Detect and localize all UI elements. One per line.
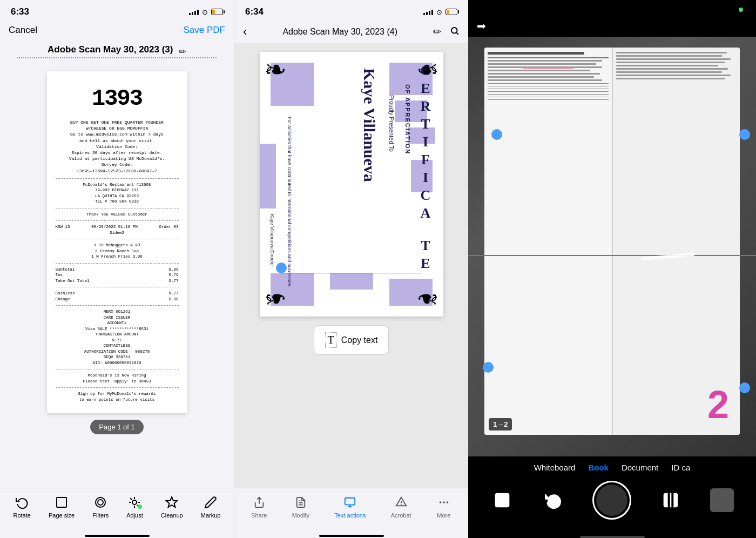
scan-handle-dot-tl[interactable] (491, 129, 502, 140)
page-size-tool[interactable]: Page size (49, 495, 75, 519)
cert-handle-dot[interactable] (276, 263, 287, 273)
nav-right-icons: ✏ (433, 26, 460, 38)
book-line-r6 (616, 68, 728, 70)
signal-icon (189, 9, 199, 15)
shutter-inner (596, 485, 627, 516)
cert-presented-to: Proudly Presented To (388, 95, 395, 152)
status-bar-3 (468, 0, 756, 15)
adjust-tool[interactable]: Adjust (126, 495, 143, 519)
edit-pencil-icon-2[interactable]: ✏ (433, 26, 441, 38)
cert-highlight-bc (330, 273, 373, 290)
book-line-4 (488, 70, 590, 71)
shutter-button[interactable] (592, 481, 631, 520)
gray-box-icon[interactable] (710, 488, 734, 512)
share-icon (252, 495, 267, 510)
book-line-6 (488, 76, 594, 78)
book-line-r7 (616, 71, 723, 73)
page-badge-left: 1→2 (489, 418, 512, 431)
cert-scroll-area: ❧ ❧ ❧ ❧ CERTIFICA TE OF APPRECIATION Pro… (234, 43, 468, 488)
panel-certificate: 6:34 ⊙ ‹ Adobe Scan May 30, 2023 (4) ✏ (234, 0, 468, 538)
filters-icon (93, 495, 108, 510)
book-table-row-7 (488, 99, 609, 100)
text-actions-tool[interactable]: Text actions (334, 495, 366, 519)
status-bar-2: 6:34 ⊙ (234, 0, 468, 21)
copy-text-label: Copy text (341, 335, 378, 345)
green-dot-indicator (739, 8, 743, 12)
battery-icon-2 (446, 9, 457, 15)
book-line-r3 (616, 58, 731, 60)
book-table-row-4 (488, 91, 609, 92)
markup-label: Markup (201, 512, 221, 519)
cert-director: Kaye Villanueva Director (269, 214, 275, 267)
tab-document[interactable]: Document (622, 463, 658, 472)
svg-point-23 (443, 501, 445, 503)
more-icon (436, 495, 451, 510)
toolbar-2: Share Modify Tex (234, 488, 468, 532)
gallery-icon[interactable] (490, 488, 514, 512)
scan-handle-dot-br[interactable] (739, 382, 750, 393)
big-page-number: 2 (707, 385, 729, 424)
copy-text-button[interactable]: T Copy text (314, 325, 389, 355)
edit-pencil-icon[interactable]: ✏ (179, 46, 186, 54)
rotate-camera-icon[interactable] (542, 488, 565, 512)
cleanup-label: Cleanup (161, 512, 183, 519)
book-line-r2 (616, 55, 723, 57)
rotate-tool[interactable]: Rotate (14, 495, 31, 519)
book-right-page: 2 (613, 48, 740, 435)
camera-view: 1→2 2 (468, 37, 756, 456)
scan-handle-dot-bl[interactable] (483, 362, 494, 373)
adjust-icon-wrapper (127, 495, 142, 510)
book-line-r5 (616, 65, 719, 66)
doc-title-text: Adobe Scan May 30, 2023 (3) (48, 44, 173, 55)
receipt-rewards: Sign up for MyMcDonald's rewards to earn… (56, 391, 179, 402)
cert-line (281, 273, 422, 273)
flip-icon[interactable] (659, 488, 683, 512)
modify-tool[interactable]: Modify (292, 495, 309, 519)
svg-point-11 (451, 28, 457, 33)
svg-rect-0 (57, 497, 66, 507)
cleanup-tool[interactable]: Cleanup (161, 495, 183, 519)
tab-id[interactable]: ID ca (671, 463, 690, 472)
svg-line-12 (456, 32, 458, 34)
search-icon[interactable] (450, 26, 460, 38)
book-line-r8 (616, 75, 731, 76)
svg-point-24 (446, 501, 448, 503)
markup-tool[interactable]: Markup (201, 495, 221, 519)
save-pdf-button[interactable]: Save PDF (184, 25, 225, 36)
receipt-number: 1393 (56, 82, 179, 116)
book-table-row-6 (488, 97, 609, 97)
cert-title-vert: CERTIFICA (417, 63, 434, 223)
tab-whiteboard[interactable]: Whiteboard (534, 463, 576, 472)
svg-line-6 (131, 498, 132, 500)
more-tool[interactable]: More (436, 495, 451, 519)
forward-arrow-button[interactable]: ➡ (468, 15, 756, 37)
receipt-divider-7 (56, 305, 179, 306)
back-button[interactable]: ‹ (243, 25, 247, 39)
svg-rect-16 (345, 498, 355, 505)
svg-marker-10 (166, 497, 177, 507)
battery-icon (211, 9, 223, 15)
cleanup-icon (164, 495, 179, 510)
dotted-divider (17, 57, 217, 58)
modify-label: Modify (292, 512, 309, 519)
tab-book[interactable]: Book (588, 463, 609, 472)
text-actions-label: Text actions (334, 512, 366, 519)
cert-title-vert-2: TE (417, 238, 434, 273)
book-table-row-1 (488, 83, 609, 84)
toolbar-1: Rotate Page size Filters (0, 488, 234, 532)
book-line-r4 (616, 62, 725, 63)
receipt-thank-you: Thank You Valued Customer (56, 212, 179, 218)
acrobat-tool[interactable]: Acrobat (391, 495, 411, 519)
cert-of-appreciation: OF APPRECIATION (404, 84, 411, 154)
wifi-icon: ⊙ (202, 8, 208, 16)
share-tool[interactable]: Share (251, 495, 267, 519)
status-icons-1: ⊙ (189, 8, 223, 16)
cancel-button[interactable]: Cancel (9, 25, 37, 36)
filters-tool[interactable]: Filters (92, 495, 109, 519)
scan-handle-dot-tr[interactable] (739, 129, 750, 140)
nav-bar-2: ‹ Adobe Scan May 30, 2023 (4) ✏ (234, 21, 468, 43)
cert-corner-br: ❧ (416, 285, 439, 312)
home-indicator-2 (319, 535, 384, 537)
book-line-r9 (616, 78, 725, 79)
book-text-subtitle (488, 57, 609, 58)
